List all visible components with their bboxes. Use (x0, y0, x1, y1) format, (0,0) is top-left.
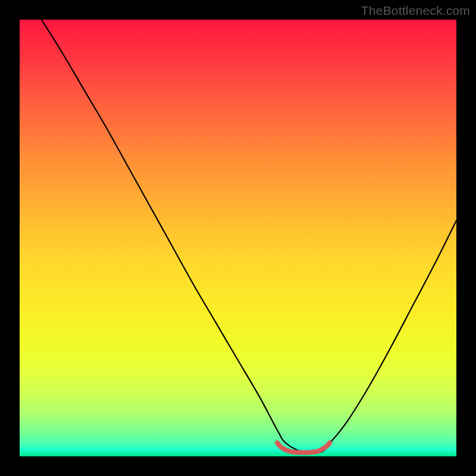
bottleneck-curve (42, 20, 456, 453)
plot-area (20, 20, 456, 456)
watermark-text: TheBottleneck.com (361, 4, 470, 18)
highlighted-minimum (277, 443, 330, 452)
curve-svg (20, 20, 456, 456)
chart-container: TheBottleneck.com (0, 0, 476, 476)
